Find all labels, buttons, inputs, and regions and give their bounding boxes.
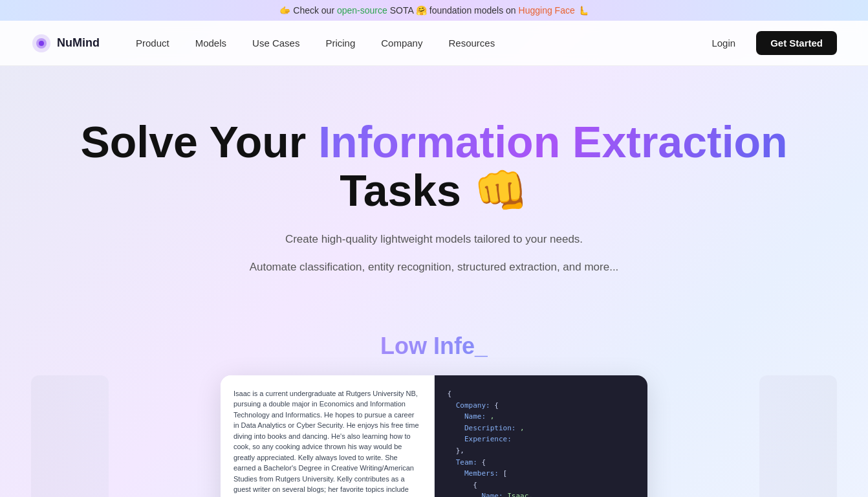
demo-outer: Isaac is a current undergraduate at Rutg… xyxy=(0,375,868,497)
nav-item-use-cases[interactable]: Use Cases xyxy=(242,32,310,54)
hero-title-gradient: Information Extraction xyxy=(318,117,787,166)
banner-link-huggingface[interactable]: Hugging Face xyxy=(519,5,578,16)
hero-title: Solve Your Information Extraction Tasks … xyxy=(31,118,837,215)
section-label: Low Infe_ xyxy=(0,333,868,360)
demo-side-left xyxy=(31,375,109,497)
logo[interactable]: NuMind xyxy=(31,33,100,54)
banner-link-opensource[interactable]: open-source xyxy=(337,5,390,16)
demo-side-right xyxy=(759,375,837,497)
get-started-button[interactable]: Get Started xyxy=(756,31,837,55)
demo-output-panel: { Company: { Name: , Description: , Expe… xyxy=(435,375,648,497)
logo-text: NuMind xyxy=(57,36,100,50)
hero-title-prefix: Solve Your xyxy=(80,117,318,166)
navbar: NuMind Product Models Use Cases Pricing … xyxy=(0,21,868,66)
section-label-text: Low Infe_ xyxy=(380,333,488,359)
hero-subtitle-1: Create high-quality lightweight models t… xyxy=(240,230,628,248)
banner-prefix: 🫱 Check our xyxy=(279,5,337,16)
svg-point-2 xyxy=(39,41,44,46)
hero-section: Solve Your Information Extraction Tasks … xyxy=(0,66,868,312)
nav-item-models[interactable]: Models xyxy=(185,32,237,54)
nav-links: Product Models Use Cases Pricing Company… xyxy=(125,32,701,54)
nav-right: Login Get Started xyxy=(701,31,837,55)
nav-item-pricing[interactable]: Pricing xyxy=(315,32,365,54)
nav-item-product[interactable]: Product xyxy=(125,32,180,54)
top-banner: 🫱 Check our open-source SOTA 🤗 foundatio… xyxy=(0,0,868,21)
demo-input-panel: Isaac is a current undergraduate at Rutg… xyxy=(221,375,435,497)
hero-title-suffix: Tasks 👊 xyxy=(340,166,528,215)
demo-input-text: Isaac is a current undergraduate at Rutg… xyxy=(233,388,421,497)
login-button[interactable]: Login xyxy=(701,32,746,54)
nav-item-resources[interactable]: Resources xyxy=(438,32,505,54)
banner-suffix: 🫷 xyxy=(578,5,589,16)
nav-item-company[interactable]: Company xyxy=(371,32,433,54)
hero-subtitle-2: Automate classification, entity recognit… xyxy=(240,258,628,276)
logo-icon xyxy=(31,33,52,54)
demo-card: Isaac is a current undergraduate at Rutg… xyxy=(221,375,647,497)
banner-middle: SOTA 🤗 foundation models on xyxy=(390,5,519,16)
